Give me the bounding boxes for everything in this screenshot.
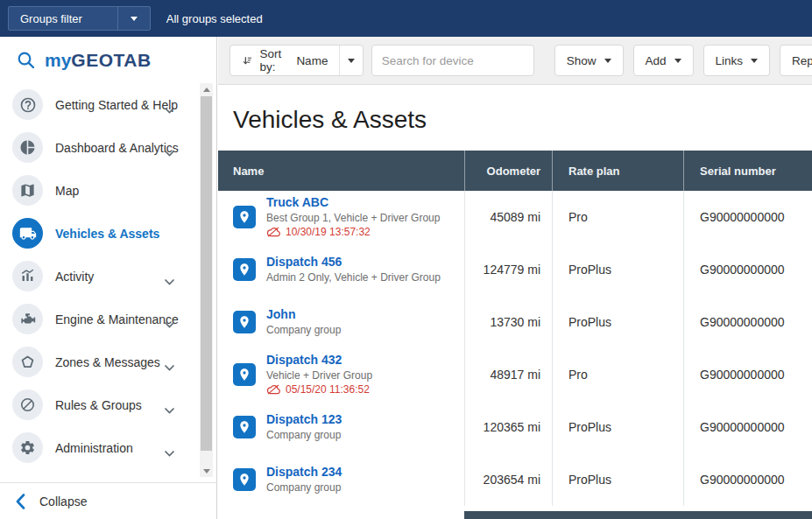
chevron-down-icon: [674, 59, 681, 63]
logo-geotab: GEOTAB: [71, 50, 151, 70]
zones-icon: [12, 347, 43, 377]
dashboard-icon: [12, 132, 43, 163]
map-icon: [12, 175, 43, 206]
scroll-down-arrow[interactable]: [200, 465, 213, 477]
name-cell: John Company group: [218, 296, 464, 348]
sidebar-item-label: Vehicles & Assets: [55, 227, 159, 241]
chevron-down-icon[interactable]: [118, 17, 150, 21]
column-header-odometer: Odometer: [464, 151, 552, 191]
chevron-down-icon[interactable]: [164, 445, 175, 460]
sidebar-item-engine-maintenance[interactable]: Engine & Maintenance: [0, 298, 200, 340]
vehicle-pin-icon: [233, 363, 256, 386]
report-button[interactable]: Report: [780, 45, 812, 76]
vehicle-name-link[interactable]: Dispatch 456: [266, 255, 441, 270]
chevron-down-icon[interactable]: [164, 359, 175, 375]
mygeotab-app: Groups filter All groups selected myGEOT…: [0, 0, 812, 519]
table-row[interactable]: Dispatch 432 Vehicle + Driver Group 05/1…: [218, 348, 812, 401]
gear-icon: [12, 432, 43, 463]
collapse-button[interactable]: Collapse: [0, 482, 216, 519]
scrollbar-thumb[interactable]: [201, 96, 212, 451]
sidebar-item-label: Getting Started & Help: [55, 98, 178, 112]
serial-number-cell: G90000000000: [683, 191, 812, 243]
sidebar-item-map[interactable]: Map: [0, 169, 200, 212]
activity-icon: [12, 261, 43, 291]
vehicle-groups: Company group: [266, 481, 342, 494]
links-button[interactable]: Links: [703, 45, 771, 76]
chevron-down-icon[interactable]: [164, 316, 175, 332]
add-button-label: Add: [646, 54, 667, 67]
vehicle-pin-icon: [233, 416, 256, 438]
show-button-label: Show: [567, 54, 597, 67]
add-button[interactable]: Add: [633, 45, 694, 76]
odometer-cell: 203654 mi: [464, 453, 552, 506]
odometer-cell: 120365 mi: [464, 401, 552, 453]
report-button-label: Report: [792, 54, 812, 67]
vehicle-name-link[interactable]: Dispatch 123: [266, 412, 342, 428]
name-cell: Dispatch 456 Admin 2 Only, Vehicle + Dri…: [218, 243, 464, 296]
chevron-left-icon: [16, 494, 25, 509]
groups-status-text: All groups selected: [166, 12, 263, 25]
sidebar-item-vehicles-assets[interactable]: Vehicles & Assets: [0, 212, 200, 255]
truck-icon: [12, 218, 43, 249]
serial-number-cell: G90000000000: [683, 296, 812, 348]
sidebar-item-label: Zones & Messages: [55, 355, 160, 369]
name-cell: Dispatch 123 Company group: [218, 401, 464, 453]
chevron-down-icon[interactable]: [164, 144, 175, 160]
vehicle-name-link[interactable]: Dispatch 432: [266, 353, 372, 368]
vehicle-pin-icon: [233, 468, 256, 491]
topbar: Groups filter All groups selected: [0, 0, 812, 37]
vehicle-name-link[interactable]: Truck ABC: [266, 195, 440, 211]
table-row[interactable]: Truck ABC Best Group 1, Vehicle + Driver…: [218, 191, 812, 243]
sidebar-item-activity[interactable]: Activity: [0, 255, 200, 298]
column-header-serial-number: Serial number: [683, 151, 812, 191]
logo-text: myGEOTAB: [45, 51, 152, 69]
scroll-up-arrow[interactable]: [200, 83, 213, 95]
table-row[interactable]: Dispatch 456 Admin 2 Only, Vehicle + Dri…: [218, 243, 812, 296]
odometer-cell: 13730 mi: [464, 296, 552, 348]
sidebar-nav: Getting Started & Help Dashboard & Analy…: [0, 83, 200, 469]
main-content: Sort by: Name Show Add Links Report Vehi…: [218, 37, 812, 519]
chevron-down-icon[interactable]: [164, 402, 175, 417]
groups-filter-dropdown[interactable]: Groups filter: [8, 6, 151, 31]
table-row[interactable]: Dispatch 234 Company group 203654 mi Pro…: [218, 453, 812, 506]
sidebar-item-zones-messages[interactable]: Zones & Messages: [0, 340, 200, 383]
vehicle-groups: Best Group 1, Vehicle + Driver Group: [266, 212, 440, 225]
vehicle-name-link[interactable]: John: [266, 307, 341, 323]
logo-my: my: [45, 50, 71, 70]
search-input[interactable]: [371, 45, 534, 76]
chevron-down-icon: [751, 59, 758, 63]
sort-by-label: Sort by:: [259, 47, 289, 74]
table-row[interactable]: John Company group 13730 mi ProPlus G900…: [218, 296, 812, 348]
chevron-down-icon[interactable]: [164, 102, 175, 117]
vehicle-name-link[interactable]: Dispatch 234: [266, 465, 342, 480]
vehicle-groups: Vehicle + Driver Group: [266, 369, 372, 382]
sidebar-item-rules-groups[interactable]: Rules & Groups: [0, 383, 200, 426]
rules-icon: [12, 389, 43, 420]
rate-plan-cell: ProPlus: [552, 401, 683, 453]
rate-plan-cell: Pro: [552, 191, 683, 243]
sort-by-main[interactable]: Sort by: Name: [230, 46, 339, 75]
sidebar-item-dashboard[interactable]: Dashboard & Analytics: [0, 126, 200, 169]
cloud-offline-icon: [266, 384, 281, 395]
logo[interactable]: myGEOTAB: [0, 37, 216, 83]
offline-status: 05/15/20 11:36:52: [266, 383, 372, 396]
chevron-down-icon[interactable]: [164, 273, 175, 289]
sort-by-dropdown[interactable]: Sort by: Name: [229, 45, 364, 76]
rate-plan-cell: ProPlus: [552, 453, 683, 506]
sidebar-item-label: Activity: [55, 270, 94, 284]
offline-since-text: 10/30/19 13:57:32: [286, 226, 371, 239]
rate-plan-cell: Pro: [552, 348, 683, 401]
show-button[interactable]: Show: [554, 45, 624, 76]
next-section-header-edge: [464, 511, 812, 519]
sort-by-value: Name: [296, 54, 328, 67]
sidebar-item-getting-started[interactable]: Getting Started & Help: [0, 83, 200, 126]
sidebar-item-administration[interactable]: Administration: [0, 426, 200, 469]
offline-since-text: 05/15/20 11:36:52: [286, 383, 370, 396]
sidebar-scrollbar[interactable]: [200, 83, 213, 477]
table-row[interactable]: Dispatch 123 Company group 120365 mi Pro…: [218, 401, 812, 453]
search-icon: [17, 51, 36, 70]
toolbar: Sort by: Name Show Add Links Report: [218, 37, 812, 85]
name-cell: Truck ABC Best Group 1, Vehicle + Driver…: [218, 191, 464, 243]
chevron-down-icon[interactable]: [340, 46, 363, 75]
sidebar-item-label: Map: [55, 184, 79, 198]
